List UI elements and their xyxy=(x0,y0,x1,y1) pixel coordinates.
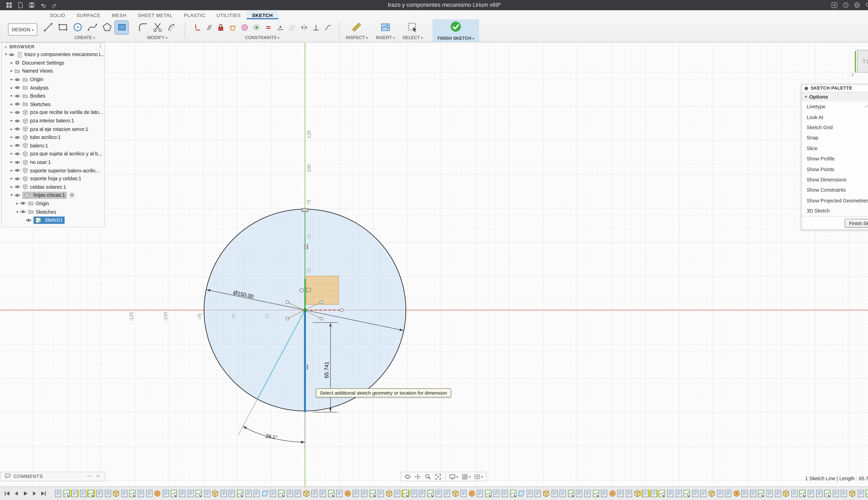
c-concentric-tool-button[interactable] xyxy=(239,22,250,33)
timeline-feature-icon[interactable] xyxy=(750,490,756,497)
activate-component-radio[interactable] xyxy=(69,192,75,198)
expander-icon[interactable]: ▸ xyxy=(9,102,14,106)
timeline-feature-icon[interactable] xyxy=(833,490,839,497)
palette-row-3d-sketch[interactable]: 3D Sketch xyxy=(801,206,868,216)
timeline-feature-icon[interactable] xyxy=(436,490,442,497)
clock-icon[interactable] xyxy=(841,1,850,9)
timeline-feature-icon[interactable] xyxy=(576,490,582,497)
palette-finish-sketch-button[interactable]: Finish Sketch xyxy=(845,219,868,228)
visibility-eye-icon[interactable] xyxy=(14,193,21,198)
visibility-eye-icon[interactable] xyxy=(14,85,21,90)
expander-icon[interactable]: ▸ xyxy=(9,151,14,156)
timeline-sketch-icon[interactable] xyxy=(684,490,690,497)
zoom-icon[interactable] xyxy=(425,473,431,480)
timeline-feature-icon[interactable] xyxy=(204,490,210,497)
timeline-feature-icon[interactable] xyxy=(692,490,698,497)
timeline-sketch-icon[interactable] xyxy=(278,490,285,497)
palette-row-look-at[interactable]: Look At xyxy=(801,112,868,122)
c-curvature-tool-button[interactable] xyxy=(322,22,333,33)
timeline-stepfwd-button[interactable] xyxy=(31,490,37,497)
viewport-icon[interactable]: ▾ xyxy=(474,473,483,480)
trim-tool-button[interactable] xyxy=(151,21,164,34)
visibility-eye-icon[interactable] xyxy=(14,110,21,115)
timeline-joint-icon[interactable] xyxy=(345,490,351,497)
expander-icon[interactable]: ▸ xyxy=(15,201,20,206)
pan-icon[interactable] xyxy=(414,473,421,480)
timeline-feature-icon[interactable] xyxy=(55,490,61,497)
viewcube[interactable]: TOP X Z xyxy=(849,45,868,77)
timeline-plane-icon[interactable] xyxy=(262,490,268,497)
browser-item-sketch1[interactable]: Sketch1 xyxy=(2,216,104,224)
timeline-component-icon[interactable] xyxy=(634,490,640,497)
comments-expand-icon[interactable] xyxy=(95,473,101,480)
timeline-feature-icon[interactable] xyxy=(791,490,798,497)
expander-icon[interactable]: ▸ xyxy=(9,135,14,139)
timeline-sketch-icon[interactable] xyxy=(800,490,806,497)
timeline-feature-icon[interactable] xyxy=(253,490,260,497)
line-tool-button[interactable] xyxy=(41,21,54,34)
timeline-feature-icon[interactable] xyxy=(493,490,500,497)
browser-item-pza-interior-balero-1[interactable]: ▸pza interior balero:1 xyxy=(2,117,104,125)
browser-item-analysis[interactable]: ▸Analysis xyxy=(2,83,104,92)
timeline-feature-icon[interactable] xyxy=(725,490,731,497)
fillet-tool-button[interactable] xyxy=(136,21,149,34)
toolbar-dropdown-modify[interactable]: MODIFY▾ xyxy=(147,35,167,40)
gridic-icon[interactable]: ▾ xyxy=(461,473,470,480)
tab-sheet-metal[interactable]: SHEET METAL xyxy=(132,11,178,19)
expander-icon[interactable]: ▸ xyxy=(9,60,14,65)
panel-options-icon[interactable]: ⁞ xyxy=(100,44,101,49)
timeline-sketch-icon[interactable] xyxy=(485,490,491,497)
toolbar-dropdown-select[interactable]: SELECT▾ xyxy=(402,35,423,40)
timeline-feature-icon[interactable] xyxy=(121,490,127,497)
visibility-eye-icon[interactable] xyxy=(25,217,32,223)
timeline-feature-icon[interactable] xyxy=(526,490,533,497)
timeline-feature-icon[interactable] xyxy=(96,490,103,497)
visibility-eye-icon[interactable] xyxy=(14,135,21,140)
c-perp-tool-button[interactable] xyxy=(311,22,321,33)
circle-tool-button[interactable] xyxy=(71,21,84,34)
visibility-eye-icon[interactable] xyxy=(14,77,21,82)
timeline-feature-icon[interactable] xyxy=(320,490,326,497)
timeline-stepback-button[interactable] xyxy=(13,490,19,497)
browser-item-celdas-solares-1[interactable]: ▸celdas solares:1 xyxy=(2,183,104,191)
visibility-eye-icon[interactable] xyxy=(14,102,21,107)
tab-solid[interactable]: SOLID xyxy=(44,11,71,19)
c-lock-tool-button[interactable] xyxy=(215,22,226,33)
offset-tool-button[interactable] xyxy=(165,21,179,34)
timeline-feature-icon[interactable] xyxy=(816,490,822,497)
tab-plastic[interactable]: PLASTIC xyxy=(178,11,211,19)
palette-row-show-profile[interactable]: Show Profile✓ xyxy=(801,154,868,164)
browser-item-tubo-acrilico-1[interactable]: ▸tubo acrilico:1 xyxy=(2,133,104,141)
palette-row-sketch-grid[interactable]: Sketch Grid✓ xyxy=(801,122,868,133)
timeline-feature-icon[interactable] xyxy=(287,490,293,497)
doc-icon[interactable] xyxy=(16,1,25,9)
c-parallel-tool-button[interactable] xyxy=(204,22,214,33)
browser-item-pza-al-eje-rotacion-servo-1[interactable]: ▸pza al eje rotacion servo:1 xyxy=(2,125,104,133)
collapse-panel-icon[interactable]: « xyxy=(4,44,7,49)
timeline-feature-icon[interactable] xyxy=(311,490,318,497)
expander-icon[interactable]: ▸ xyxy=(9,168,14,173)
c-collinear-tool-button[interactable] xyxy=(287,22,297,33)
timeline-feature-icon[interactable] xyxy=(626,490,632,497)
timeline-feature-icon[interactable] xyxy=(667,490,673,497)
timeline-sketch-icon[interactable] xyxy=(369,490,376,497)
toolbar-dropdown-inspect[interactable]: INSPECT▾ xyxy=(346,35,368,40)
expander-icon[interactable]: ▸ xyxy=(9,94,14,98)
timeline-component-icon[interactable] xyxy=(543,490,549,497)
visibility-eye-icon[interactable] xyxy=(14,168,21,173)
timeline-component-icon[interactable] xyxy=(303,490,309,497)
toolbar-dropdown-insert[interactable]: INSERT▾ xyxy=(376,35,395,40)
monitor-icon[interactable]: ▾ xyxy=(449,473,458,480)
selected-item-highlight[interactable]: Sketch1 xyxy=(34,216,65,224)
timeline-feature-icon[interactable] xyxy=(105,490,111,497)
palette-grip-icon[interactable]: ◉ xyxy=(804,86,808,91)
tab-surface[interactable]: SURFACE xyxy=(71,11,106,19)
redo-icon[interactable] xyxy=(50,1,59,9)
timeline-component-icon[interactable] xyxy=(783,490,789,497)
timeline-sketch-icon[interactable] xyxy=(129,490,136,497)
toolbar-dropdown-create[interactable]: CREATE▾ xyxy=(75,35,95,40)
timeline-feature-icon[interactable] xyxy=(419,490,425,497)
length-dimension-label[interactable]: 65.741 xyxy=(323,362,330,378)
timeline-sketch-icon[interactable] xyxy=(510,490,516,497)
timeline-sketch-icon[interactable] xyxy=(237,490,243,497)
